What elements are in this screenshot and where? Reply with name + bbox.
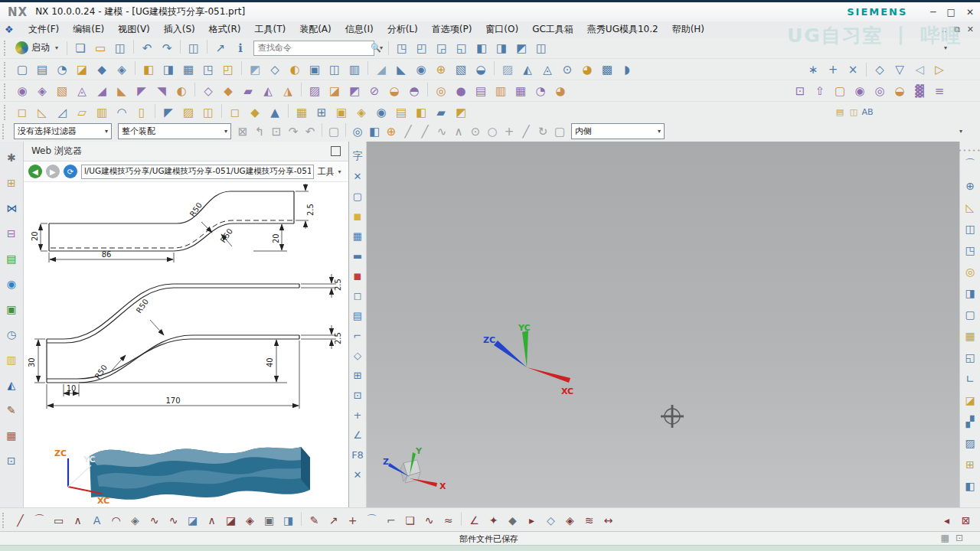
toolbar-icon[interactable]: ↗: [211, 40, 230, 57]
sketch-tool-icon[interactable]: ❏: [400, 512, 420, 529]
snap-point-icon[interactable]: ▢: [551, 123, 568, 140]
mdi-restore-button[interactable]: ⧉: [954, 24, 960, 34]
toolbar-icon[interactable]: ▤: [32, 61, 52, 78]
view-cube-icon[interactable]: ◲: [432, 40, 452, 57]
back-button[interactable]: ◀: [28, 165, 42, 178]
toolbar-icon[interactable]: ◈: [112, 61, 132, 78]
menu-item[interactable]: 装配(A): [292, 22, 338, 36]
toolbar-icon[interactable]: ◫: [184, 40, 204, 57]
feature-tool-icon[interactable]: ◪: [962, 390, 978, 411]
sketch-tool-icon[interactable]: ⌒: [30, 512, 49, 529]
menu-item[interactable]: 文件(F): [21, 22, 66, 36]
view-cube-icon[interactable]: ◫: [531, 40, 551, 57]
resource-tab-icon[interactable]: ⊟: [2, 223, 21, 243]
view-tool-icon[interactable]: +: [350, 405, 365, 425]
toolbar-icon[interactable]: ◤: [132, 83, 152, 99]
view-tool-icon[interactable]: ✕: [350, 166, 365, 186]
menu-item[interactable]: 窗口(O): [479, 22, 525, 36]
selection-tool-icon[interactable]: ◧: [366, 123, 383, 140]
start-button[interactable]: 启动 ▾: [12, 41, 64, 55]
toolbar-icon[interactable]: ▰: [238, 83, 258, 99]
tools-menu[interactable]: 工具▾: [318, 166, 344, 178]
toolbar-icon[interactable]: ◔: [531, 83, 550, 99]
search-input[interactable]: [256, 42, 371, 54]
toolbar-icon[interactable]: ◺: [32, 104, 52, 121]
toolbar-icon[interactable]: ◠: [112, 104, 132, 121]
snap-point-icon[interactable]: ∿: [433, 123, 450, 140]
sketch-tool-icon[interactable]: ↗: [324, 512, 343, 529]
toolbar-icon[interactable]: ◈: [32, 83, 52, 99]
toolbar-icon[interactable]: ▦: [178, 61, 198, 78]
sketch-tool-icon[interactable]: ◈: [240, 512, 260, 529]
toolbar-icon[interactable]: ▢: [830, 83, 850, 99]
menu-item[interactable]: 编辑(E): [66, 22, 111, 36]
view-tool-icon[interactable]: ⊡: [350, 385, 365, 405]
resource-tab-icon[interactable]: ⋈: [2, 197, 21, 218]
feature-tool-icon[interactable]: ▨: [962, 432, 978, 454]
resource-tab-icon[interactable]: ◭: [2, 374, 21, 395]
toolbar-icon[interactable]: ⊡: [790, 83, 810, 99]
toolbar-icon[interactable]: ⊕: [431, 61, 451, 78]
toolbar-icon[interactable]: ◆: [218, 83, 238, 99]
toolbar-icon[interactable]: ▩: [597, 61, 617, 78]
toolbar-icon[interactable]: ▽: [890, 61, 910, 78]
toolbar-icon[interactable]: ◫: [198, 104, 218, 121]
feature-tool-icon[interactable]: ◎: [962, 261, 978, 282]
toolbar-icon[interactable]: ◣: [391, 61, 411, 78]
sketch-tool-icon[interactable]: ⌒: [362, 512, 381, 529]
feature-tool-icon[interactable]: ◱: [962, 347, 978, 368]
toolbar-icon[interactable]: ◮: [278, 83, 298, 99]
view-cube-icon[interactable]: ◧: [472, 40, 492, 57]
toolbar-icon[interactable]: ◩: [345, 83, 364, 99]
toolbar-icon[interactable]: ◢: [371, 61, 391, 78]
toolbar-icon[interactable]: ◇: [870, 61, 890, 78]
toolbar-icon[interactable]: ◥: [152, 83, 172, 99]
toolbar-icon[interactable]: ▥: [491, 83, 511, 99]
sketch-tool-icon[interactable]: ◈: [560, 512, 580, 529]
sketch-tool-icon[interactable]: ≈: [439, 512, 458, 529]
refresh-button[interactable]: ⟳: [64, 165, 77, 178]
snap-point-icon[interactable]: ○: [484, 123, 501, 140]
view-cube-icon[interactable]: ◨: [492, 40, 511, 57]
toolbar-icon[interactable]: ×: [843, 61, 863, 78]
selection-tool-icon[interactable]: ↰: [251, 123, 268, 140]
toolbar-icon[interactable]: ▤: [471, 83, 491, 99]
toolbar-icon[interactable]: ◆: [92, 61, 112, 78]
toolbar-icon[interactable]: ▥: [345, 61, 364, 78]
toolbar-icon[interactable]: ▓: [910, 83, 929, 99]
feature-tool-icon[interactable]: ∟: [962, 368, 978, 390]
sketch-tool-icon[interactable]: ◈: [126, 512, 145, 529]
view-tool-icon[interactable]: ⌐: [350, 325, 365, 345]
sketch-tool-icon[interactable]: ∿: [420, 512, 439, 529]
toolbar-icon[interactable]: ◔: [52, 61, 72, 78]
snap-point-icon[interactable]: ╱: [416, 123, 433, 140]
sketch-tool-icon[interactable]: ▭: [49, 512, 68, 529]
toolbar-drag-handle[interactable]: [4, 105, 10, 120]
toolbar-icon[interactable]: ▨: [498, 61, 518, 78]
snap-point-icon[interactable]: +: [501, 123, 518, 140]
sketch-tool-icon[interactable]: ▣: [260, 512, 279, 529]
sketch-tool-icon[interactable]: ∿: [164, 512, 183, 529]
toolbar-icon[interactable]: ◁: [910, 61, 929, 78]
toolbar-icon[interactable]: ◓: [404, 83, 424, 99]
toolbar-icon[interactable]: ▷: [929, 61, 949, 78]
resource-tab-icon[interactable]: ⊞: [2, 172, 21, 193]
toolbar-icon[interactable]: ▨: [305, 83, 325, 99]
sketch-tool-icon[interactable]: ✦: [484, 512, 503, 529]
toolbar-icon[interactable]: ◪: [72, 61, 92, 78]
toolbar-icon[interactable]: ▤: [391, 104, 411, 121]
snap-point-icon[interactable]: ⊙: [467, 123, 484, 140]
view-tool-icon[interactable]: ◇: [350, 345, 365, 365]
toolbar-icon[interactable]: ⊘: [364, 83, 384, 99]
mdi-close-button[interactable]: ✕: [967, 24, 974, 34]
view-triad[interactable]: Y Z X: [382, 446, 451, 500]
view-tool-icon[interactable]: 字: [350, 146, 365, 166]
toolbar-icon[interactable]: ◕: [577, 61, 597, 78]
toolbar-icon[interactable]: ◈: [351, 104, 371, 121]
toolbar-icon[interactable]: ▧: [451, 61, 471, 78]
resource-tab-icon[interactable]: ▦: [2, 425, 21, 445]
selection-tool-icon[interactable]: ⊕: [383, 123, 400, 140]
feature-tool-icon[interactable]: ◧: [962, 475, 978, 497]
chevron-down-icon[interactable]: ▾: [957, 128, 965, 135]
sketch-tool-icon[interactable]: ◇: [541, 512, 560, 529]
